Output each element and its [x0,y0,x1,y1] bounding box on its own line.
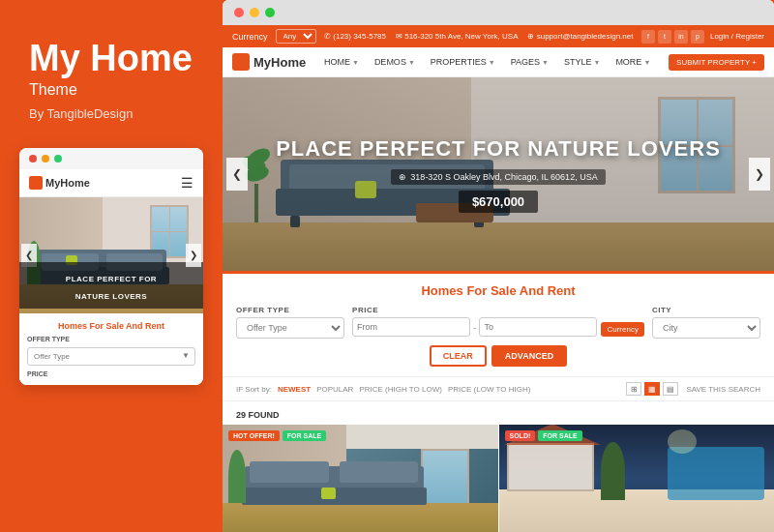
offer-type-group: OFFER TYPE Offer Type For Sale For Rent [236,306,344,339]
nav-link-style[interactable]: STYLE ▼ [557,54,607,70]
property-card-2[interactable]: SOLD! FOR SALE [499,425,775,532]
map-view-icon[interactable]: ▤ [663,382,678,396]
mobile-dot-yellow [42,155,49,163]
advanced-button[interactable]: ADVANCED [491,345,567,367]
card1-plant [228,450,246,503]
hero-price: $670,000 [459,191,538,213]
mobile-search-title: Homes For Sale And Rent [27,321,195,331]
hero-next-button[interactable]: ❯ [749,158,770,191]
sort-bar: IF Sort by: NEWEST POPULAR PRICE (HIGH T… [236,385,530,394]
card2-tree [601,442,625,500]
hero-address-text: 318-320 S Oakley Blvd, Chicago, IL 60612… [410,172,597,182]
search-section: Homes For Sale And Rent OFFER TYPE Offer… [223,271,774,376]
card-2-badges: SOLD! FOR SALE [505,430,582,441]
mobile-preview: MyHome ☰ ❮ [19,148,203,385]
nav-link-properties[interactable]: PROPERTIES ▼ [424,54,502,70]
card1-pillow [321,488,336,499]
login-link[interactable]: Login / Register [710,32,764,41]
mobile-offer-type-select[interactable]: Offer Type [27,347,195,366]
grid-view-icon[interactable]: ⊞ [626,382,641,396]
property-card-1[interactable]: HOT OFFER! FOR SALE [223,425,498,532]
card2-moon [668,429,697,454]
mobile-window-v [169,207,170,256]
mobile-offer-type-wrap: Offer Type ▼ [27,345,195,366]
view-icons: ⊞ ▦ ▤ [626,382,678,396]
mobile-hero-title: PLACE PERFECT FORNATURE LOVERS [66,275,157,301]
theme-info: My Home Theme By TangibleDesign [0,0,223,131]
theme-byline: By TangibleDesign [29,106,194,121]
card2-house [507,443,594,491]
search-buttons: CLEAR ADVANCED [236,345,760,367]
submit-property-label: SUBMIT PROPERTY + [676,58,757,67]
card1-cushion-r [340,461,418,483]
offer-type-select[interactable]: Offer Type For Sale For Rent [236,317,344,339]
hero-prev-button[interactable]: ❮ [226,158,248,191]
mobile-dot-red [29,155,37,163]
nav-link-demos[interactable]: DEMOS ▼ [368,54,422,70]
nav-link-more[interactable]: MORE ▼ [609,54,657,70]
city-select[interactable]: City [652,317,760,339]
mobile-next-button[interactable]: ❯ [186,244,201,267]
browser-dot-green [265,8,275,17]
hot-offer-badge: HOT OFFER! [228,430,280,441]
count-bar: 29 FOUND [223,400,774,425]
currency-dropdown[interactable]: Currency [601,322,643,337]
card1-cushion-l [250,461,328,483]
city-group: CITY City [652,306,760,339]
sort-newest[interactable]: NEWEST [278,385,311,394]
results-count: 29 FOUND [236,410,280,420]
search-fields: OFFER TYPE Offer Type For Sale For Rent … [236,306,760,339]
sort-popular[interactable]: POPULAR [316,385,353,394]
property-cards: HOT OFFER! FOR SALE SOLD! FOR SALE [223,425,774,532]
email-text: ⊕ support@tangibledesign.net [527,32,633,41]
card2-pool [668,447,764,500]
currency-select[interactable]: Any [276,29,316,44]
for-sale-badge-1: FOR SALE [283,430,326,441]
topbar-contact: ✆ (123) 345-5785 ✉ 516-320 5th Ave, New … [324,32,633,41]
submit-property-button[interactable]: SUBMIT PROPERTY + [669,54,764,71]
offer-type-label: OFFER TYPE [236,306,344,314]
mobile-hamburger-icon[interactable]: ☰ [181,175,194,191]
mobile-logo: MyHome [29,176,90,190]
mobile-logo-icon [29,176,43,190]
currency-label: Currency [232,32,268,42]
sort-price-low[interactable]: PRICE (LOW TO HIGH) [448,385,531,394]
browser-dot-yellow [250,8,259,17]
hero-title: PLACE PERFECT FOR NATURE LOVERS [276,136,721,162]
theme-title: My Home [29,39,194,79]
list-view-icon[interactable]: ▦ [644,382,660,396]
nav-logo: MyHome [232,53,306,71]
price-inner: PRICE - [352,306,597,337]
twitter-icon[interactable]: t [658,30,671,44]
for-sale-badge-2: FOR SALE [538,430,581,441]
nav-logo-text: MyHome [253,55,306,70]
sold-badge: SOLD! [505,430,536,441]
sort-price-high[interactable]: PRICE (HIGH TO LOW) [359,385,442,394]
topbar-left: Currency Any [232,29,316,44]
browser-window: Currency Any ✆ (123) 345-5785 ✉ 516-320 … [223,0,774,532]
save-this-search-link[interactable]: SAVE THIS SEARCH [686,385,760,394]
mobile-top-bar [19,148,203,169]
clear-button[interactable]: CLEAR [430,345,487,367]
price-inputs: - [352,317,597,337]
price-group: PRICE - Currency [352,306,644,337]
nav-logo-icon [232,53,250,71]
hero-overlay: PLACE PERFECT FOR NATURE LOVERS ⊕ 318-32… [223,77,774,271]
nav-link-home[interactable]: HOME ▼ [317,54,366,70]
facebook-icon[interactable]: f [641,30,655,44]
pinterest-icon[interactable]: p [691,30,704,44]
nav-links: HOME ▼ DEMOS ▼ PROPERTIES ▼ PAGES ▼ STYL… [317,54,657,70]
instagram-icon[interactable]: in [674,30,688,44]
mobile-hero: ❮ PLACE PERFECT FORNATURE LOVERS ❯ [19,197,203,313]
mobile-offer-type-label: OFFER TYPE [27,336,195,342]
price-label: PRICE [352,306,597,314]
nav-link-pages[interactable]: PAGES ▼ [504,54,555,70]
phone-number: ✆ (123) 345-5785 [324,32,386,41]
location-icon: ⊕ [399,172,406,182]
mobile-hero-text-overlay: PLACE PERFECT FORNATURE LOVERS [19,262,203,309]
price-from-input[interactable] [352,317,470,337]
price-to-input[interactable] [479,317,597,337]
topbar-right: f t in p Login / Register [641,30,764,44]
card-1-badges: HOT OFFER! FOR SALE [228,430,326,441]
browser-topbar: Currency Any ✆ (123) 345-5785 ✉ 516-320 … [223,25,774,47]
